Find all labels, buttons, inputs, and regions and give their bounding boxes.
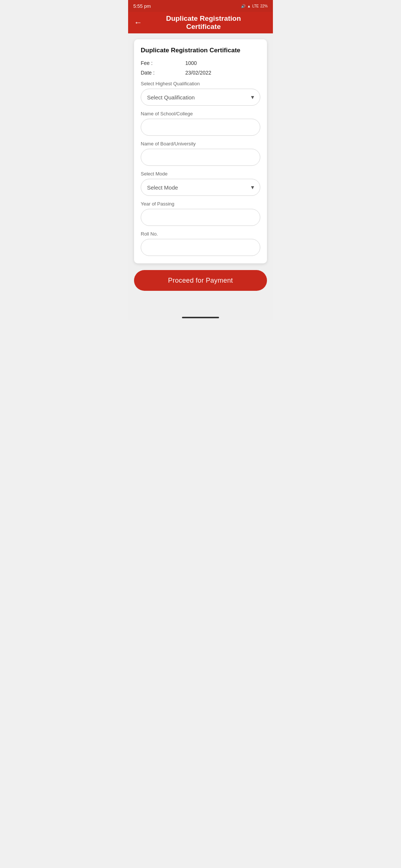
card-title: Duplicate Registration Certificate (141, 47, 260, 54)
main-content: Duplicate Registration Certificate Fee :… (128, 33, 273, 313)
fee-value: 1000 (185, 60, 197, 66)
year-label: Year of Passing (141, 201, 260, 207)
date-label: Date : (141, 70, 170, 76)
school-group: Name of School/College (141, 111, 260, 136)
page-title: Duplicate Registration Certificate (148, 14, 259, 31)
board-group: Name of Board/University (141, 141, 260, 166)
status-time: 5:55 pm (133, 3, 151, 9)
back-button[interactable]: ← (134, 18, 142, 27)
proceed-payment-button[interactable]: Proceed for Payment (134, 270, 267, 291)
board-label: Name of Board/University (141, 141, 260, 147)
qualification-select[interactable]: Select Qualification 10th 12th Graduate … (141, 89, 260, 106)
status-bar: 5:55 pm 🔊 ▲ LTE 22% (128, 0, 273, 12)
fee-row: Fee : 1000 (141, 60, 260, 66)
app-header: ← Duplicate Registration Certificate (128, 12, 273, 33)
year-input[interactable] (141, 209, 260, 226)
roll-label: Roll No. (141, 231, 260, 237)
qualification-select-wrapper: Select Qualification 10th 12th Graduate … (141, 89, 260, 106)
home-indicator (128, 313, 273, 320)
battery-icon: 22% (260, 4, 268, 8)
roll-group: Roll No. (141, 231, 260, 256)
mode-select[interactable]: Select Mode Regular Private (141, 179, 260, 196)
status-icons: 🔊 ▲ LTE 22% (241, 4, 268, 8)
school-label: Name of School/College (141, 111, 260, 116)
qualification-label: Select Highest Qualification (141, 81, 260, 86)
board-input[interactable] (141, 149, 260, 166)
mode-select-wrapper: Select Mode Regular Private ▼ (141, 179, 260, 196)
wifi-icon: 🔊 (241, 4, 245, 8)
fee-label: Fee : (141, 60, 170, 66)
date-row: Date : 23/02/2022 (141, 70, 260, 76)
roll-input[interactable] (141, 239, 260, 256)
form-card: Duplicate Registration Certificate Fee :… (134, 39, 267, 263)
date-value: 23/02/2022 (185, 70, 211, 76)
signal-icon: ▲ (247, 4, 251, 8)
lte-icon: LTE (252, 4, 259, 8)
mode-label: Select Mode (141, 171, 260, 177)
school-input[interactable] (141, 119, 260, 136)
year-group: Year of Passing (141, 201, 260, 226)
mode-group: Select Mode Select Mode Regular Private … (141, 171, 260, 196)
qualification-group: Select Highest Qualification Select Qual… (141, 81, 260, 106)
home-bar (182, 317, 219, 318)
